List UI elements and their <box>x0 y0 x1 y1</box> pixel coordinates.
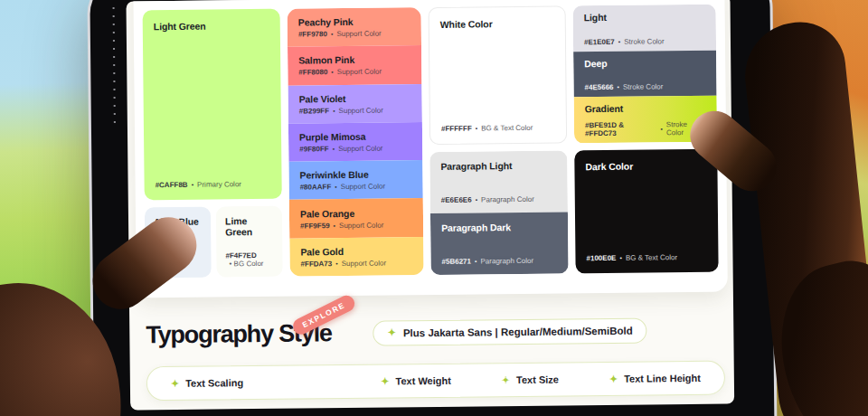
tablet-screen: Light Green #CAFF8B • Primary Color Alic… <box>126 0 734 411</box>
swatch-label: Light Green <box>154 20 269 32</box>
bullet-separator: • <box>335 184 337 190</box>
swatch-pale-violet[interactable]: Pale Violet #B299FF•Support Color <box>288 84 421 124</box>
swatch-meta: #5B6271•Paragraph Color <box>441 257 557 266</box>
swatch-meta: #9F80FF•Support Color <box>299 144 411 153</box>
color-role: Paragraph Color <box>481 195 534 204</box>
color-role: Support Color <box>339 221 383 230</box>
swatch-meta: #FFFFFF•BG & Text Color <box>441 124 555 133</box>
color-palette-panel: Light Green #CAFF8B • Primary Color Alic… <box>133 0 728 298</box>
color-role: BG & Text Color <box>481 124 533 133</box>
swatch-meta: #4E5666•Stroke Color <box>584 82 705 91</box>
swatch-pale-gold[interactable]: Pale Gold #FFDA73•Support Color <box>289 237 423 277</box>
hex-value: #100E0E <box>586 254 616 262</box>
swatch-meta: #100E0E•BG & Text Color <box>586 253 707 262</box>
swatch-paragraph-dark[interactable]: Paragraph Dark #5B6271•Paragraph Color <box>430 212 569 275</box>
typography-features-bar: ✦ Text Scaling ✦ Text Weight ✦ Text Size… <box>146 361 725 402</box>
swatch-meta: #E6E6E6•Paragraph Color <box>441 195 557 204</box>
swatch-meta: #FFDA73•Support Color <box>300 259 412 268</box>
support-color-stack: Peachy Pink #FF9780•Support Color Salmon… <box>288 7 424 277</box>
swatch-label: Peachy Pink <box>298 15 410 27</box>
swatch-purple-mimosa[interactable]: Purple Mimosa #9F80FF•Support Color <box>288 122 422 162</box>
swatch-meta: #80AAFF•Support Color <box>300 182 412 191</box>
color-role: Paragraph Color <box>480 257 533 266</box>
swatch-label: Lime Green <box>225 215 273 238</box>
swatch-white-color[interactable]: White Color #FFFFFF•BG & Text Color <box>429 5 568 145</box>
hex-value: #9F80FF <box>299 145 329 153</box>
hex-value: #FFFFFF <box>441 125 472 133</box>
sparkle-icon: ✦ <box>171 378 179 388</box>
swatch-meta: #FF8080•Support Color <box>298 68 410 77</box>
bullet-separator: • <box>229 260 231 268</box>
swatch-label: Pale Orange <box>300 207 412 219</box>
font-family-pill[interactable]: ✦ Plus Jakarta Sans | Regular/Medium/Sem… <box>373 317 647 345</box>
swatch-label: Pale Gold <box>300 245 412 257</box>
bullet-separator: • <box>619 255 622 261</box>
color-role: Support Color <box>337 68 382 77</box>
color-role: Primary Color <box>197 180 241 189</box>
swatch-pale-orange[interactable]: Pale Orange #FF9F59•Support Color <box>289 199 423 239</box>
color-role: Support Color <box>338 145 382 154</box>
feature-label: Text Weight <box>395 375 450 387</box>
bullet-separator: • <box>334 222 336 229</box>
swatch-label: Gradient <box>585 102 706 114</box>
hex-value: #E6E6E6 <box>441 196 472 204</box>
swatch-meta: #F4F7ED • BG Color <box>225 251 273 269</box>
bullet-separator: • <box>192 182 194 188</box>
swatch-label: White Color <box>440 18 554 30</box>
sparkle-icon: ✦ <box>609 373 618 383</box>
bullet-separator: • <box>660 126 663 132</box>
color-role: Support Color <box>341 183 385 192</box>
hex-value: #80AAFF <box>300 183 332 191</box>
feature-text-size[interactable]: ✦ Text Size <box>502 374 559 386</box>
swatch-label: Paragraph Dark <box>441 222 557 233</box>
swatch-meta: #FF9780•Support Color <box>298 29 410 38</box>
swatch-paragraph-light[interactable]: Paragraph Light #E6E6E6•Paragraph Color <box>429 150 568 213</box>
hex-value: #BFE91D & #FFDC73 <box>585 120 657 137</box>
swatch-label: Deep <box>584 56 705 68</box>
hex-value: #FFDA73 <box>300 260 332 268</box>
color-role: Support Color <box>342 259 386 268</box>
font-family-label: Plus Jakarta Sans | Regular/Medium/SemiB… <box>403 325 633 338</box>
swatch-stroke-deep[interactable]: Deep #4E5666•Stroke Color <box>573 50 717 97</box>
hex-value: #5B6271 <box>441 258 471 266</box>
feature-label: Text Scaling <box>185 377 243 389</box>
hex-value: #4E5666 <box>584 83 613 91</box>
scene: Light Green #CAFF8B • Primary Color Alic… <box>0 0 868 416</box>
swatch-stroke-light[interactable]: Light #E1E0E7•Stroke Color <box>573 5 717 52</box>
palette-column-neutral: White Color #FFFFFF•BG & Text Color Para… <box>429 5 569 280</box>
hex-value: #CAFF8B <box>156 181 188 189</box>
hex-value: #FF9780 <box>298 30 327 38</box>
swatch-periwinkle-blue[interactable]: Periwinkle Blue #80AAFF•Support Color <box>288 160 422 200</box>
title-wrap: Typography Style EXPLORE <box>146 319 332 349</box>
hex-value: #FF9F59 <box>300 222 330 230</box>
bullet-separator: • <box>333 146 335 152</box>
bullet-separator: • <box>475 258 477 264</box>
bullet-separator: • <box>618 38 621 44</box>
feature-text-weight[interactable]: ✦ Text Weight <box>381 375 451 387</box>
swatch-peachy-pink[interactable]: Peachy Pink #FF9780•Support Color <box>288 7 421 47</box>
swatch-meta: #E1E0E7•Stroke Color <box>584 36 705 45</box>
swatch-label: Periwinkle Blue <box>299 168 411 180</box>
bullet-separator: • <box>476 125 478 131</box>
hex-value: #FF8080 <box>298 69 327 77</box>
swatch-lime-green[interactable]: Lime Green #F4F7ED • BG Color <box>216 206 283 278</box>
swatch-meta: #BFE91D & #FFDC73•Stroke Color <box>585 120 706 137</box>
swatch-light-green[interactable]: Light Green #CAFF8B • Primary Color <box>143 9 282 201</box>
typography-section-header: Typography Style EXPLORE ✦ Plus Jakarta … <box>146 317 647 350</box>
swatch-label: Purple Mimosa <box>299 130 411 142</box>
swatch-dark-color[interactable]: Dark Color #100E0E•BG & Text Color <box>574 149 718 274</box>
swatch-meta: #FF9F59•Support Color <box>300 221 412 230</box>
bullet-separator: • <box>476 196 478 203</box>
swatch-salmon-pink[interactable]: Salmon Pink #FF8080•Support Color <box>288 45 421 85</box>
hex-value: #F4F7ED <box>225 251 273 260</box>
swatch-label: Light <box>584 11 705 23</box>
sparkle-icon: ✦ <box>381 376 389 386</box>
palette-column-support: Peachy Pink #FF9780•Support Color Salmon… <box>288 7 424 282</box>
feature-text-scaling[interactable]: ✦ Text Scaling <box>171 377 243 389</box>
bullet-separator: • <box>335 260 338 267</box>
swatch-meta: #CAFF8B • Primary Color <box>156 180 271 189</box>
bullet-separator: • <box>618 84 620 90</box>
color-role: Stroke Color <box>623 83 664 91</box>
hex-value: #B299FF <box>299 107 329 115</box>
feature-text-line-height[interactable]: ✦ Text Line Height <box>609 373 701 384</box>
